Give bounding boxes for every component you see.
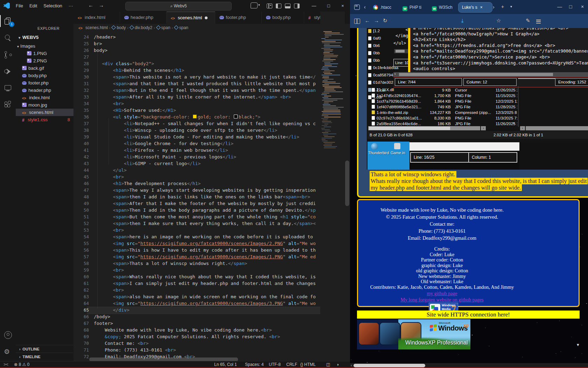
browser-tab-Luke-s-s[interactable]: Luke's s× (458, 2, 492, 12)
browser-maximize-button[interactable]: □ (569, 4, 572, 9)
explorer-item-scenes-html[interactable]: <>scenes.html (16, 109, 74, 116)
browser-tabbar: ‹ .htaccWPHP tiWW3SchLuke's s× › + ▾ — □… (350, 0, 588, 14)
browser-hscrollbar-thumb[interactable] (354, 364, 425, 367)
gutter-line-number: 40 (74, 140, 89, 147)
explorer-item-back-gif[interactable]: back.gif (16, 64, 74, 72)
footer-link[interactable]: my github page (358, 291, 526, 297)
gutter-line-number: 36 (74, 114, 89, 120)
browser-tab-W3Sch[interactable]: WW3Sch (429, 2, 457, 12)
remote-explorer-icon[interactable] (4, 84, 12, 93)
remote-indicator-icon[interactable]: >< (4, 361, 8, 368)
 (8, 101, 11, 104)
gutter-line-number: 56 (74, 247, 89, 253)
editor-tab-index-html[interactable]: <>index.html (74, 12, 120, 23)
editor-tab-body-php[interactable]: body.php (262, 12, 304, 23)
gutter-line-number: 65 (74, 307, 89, 313)
menu-selection[interactable]: Selection (40, 0, 65, 12)
outline-panel-header[interactable]: ›OUTLINE (16, 345, 73, 353)
explorer-root-folder[interactable]: ▾WEBV5 (16, 35, 74, 42)
 (5, 19, 9, 25)
footer-credit-line: New webmaster: Jimmy (358, 274, 526, 279)
cursor-position-status[interactable]: Ln 65, Col 1 (214, 361, 237, 368)
code-line: <span>and that time that I wasted produc… (94, 80, 320, 87)
copilot-chevron-icon[interactable]: ▾ (258, 3, 260, 7)
browser-minimize-button[interactable]: — (557, 4, 562, 9)
source-control-icon[interactable] (4, 50, 12, 59)
explorer-item-2-png[interactable]: 2.PNG (16, 57, 74, 64)
layout-status-icon[interactable]: ◫ (326, 361, 330, 368)
gutter-line-number: 50 (74, 207, 89, 213)
breadcrumb-item[interactable]: span (179, 25, 188, 30)
notifications-bell-icon[interactable]: ◗ (337, 361, 339, 368)
browser-close-button[interactable]: × (581, 4, 584, 9)
breadcrumb-item[interactable]: div.body2 (135, 25, 152, 30)
menu-[interactable]: ··· (65, 0, 76, 12)
workspace-icon[interactable] (354, 5, 360, 10)
encoding-status[interactable]: UTF-8 (269, 361, 281, 368)
editor-tab-scenes-html[interactable]: <>scenes.html (167, 12, 215, 24)
explorer-item-style1-css[interactable]: #style1.css8 (16, 116, 74, 123)
eol-status[interactable]: CRLF (286, 361, 297, 368)
explorer-item-footer-php[interactable]: footer.php (16, 79, 74, 87)
minimap[interactable] (320, 12, 345, 361)
downloads-icon[interactable]: ⤓ (461, 18, 464, 24)
breadcrumb-item[interactable]: span (161, 25, 170, 30)
edit-pen-icon[interactable]: ✎ (526, 18, 530, 24)
editor-vscrollbar[interactable] (345, 161, 349, 206)
problems-status[interactable]: ⊗ 8 ⚠ 0 (14, 361, 29, 368)
split-screen-icon[interactable] (354, 19, 360, 24)
new-tab-icon[interactable]: + (501, 4, 504, 9)
editor-tab-header-php[interactable]: header.php (120, 12, 167, 23)
menu-file[interactable]: File (13, 0, 26, 12)
browser-tab--htacc[interactable]: .htacc (370, 2, 398, 12)
tab-scroll-right-icon[interactable]: › (493, 4, 495, 10)
code-editor[interactable]: 24/header>25br>26body>2728 <div class="b… (74, 32, 350, 361)
files-icon[interactable]: 1 (4, 17, 12, 25)
back-icon[interactable]: ← (365, 18, 370, 23)
account-icon[interactable] (4, 331, 12, 339)
toggle-secondary-sidebar-icon[interactable] (294, 4, 300, 8)
breadcrumb-item[interactable]: body (117, 25, 126, 30)
nav-forward-icon[interactable]: → (99, 2, 104, 8)
forward-icon[interactable]: → (374, 18, 379, 23)
extensions-icon[interactable] (4, 101, 12, 109)
page-scroll-down-icon[interactable]: ▾ (577, 342, 579, 347)
xp-logo-xp: xp (463, 323, 469, 328)
indentation-status[interactable]: Spaces: 4 (245, 361, 264, 368)
winscp-hscroll-left-btn2: ‹ (520, 126, 525, 130)
vscode-close-button[interactable]: × (337, 0, 349, 12)
explorer-item-index-html[interactable]: <>index.html (16, 94, 74, 101)
tab-scroll-left-icon[interactable]: ‹ (364, 4, 366, 10)
debug-icon[interactable] (4, 67, 12, 76)
explorer-item-moon-jpg[interactable]: moon.jpg (16, 101, 74, 109)
language-mode-status[interactable]: {} HTML (300, 361, 316, 368)
editor-tab-footer-php[interactable]: footer.php (215, 12, 262, 23)
nav-back-icon[interactable]: ← (88, 2, 93, 8)
menu-edit[interactable]: Edit (26, 0, 40, 12)
toggle-bottpanel-icon[interactable] (285, 4, 290, 8)
settings-gear-icon[interactable]: ⚙ (4, 348, 12, 356)
vscode-maximize-button[interactable]: □ (323, 0, 335, 12)
tab-close-icon[interactable]: × (480, 5, 483, 10)
tab-list-chevron-icon[interactable]: ▾ (510, 5, 512, 8)
gutter-line-number: 38 (74, 127, 89, 134)
browser-tab-PHP-ti[interactable]: WPHP ti (400, 2, 428, 12)
explorer-item-images[interactable]: ▾Images (16, 42, 74, 50)
browser-menu-icon[interactable] (536, 19, 541, 24)
panel-separator (518, 86, 519, 127)
timeline-panel-header[interactable]: ›TIMELINE (16, 353, 73, 361)
explorer-item-1-png[interactable]: 1.PNG (16, 50, 74, 57)
footer-link[interactable]: My long forgoten website on github pages (358, 297, 526, 303)
command-search-box[interactable]: ⌕ Webv5 (125, 2, 232, 11)
explorer-item-body-php[interactable]: body.php (16, 72, 74, 79)
search-icon[interactable] (4, 34, 12, 42)
explorer-item-header-php[interactable]: header.php (16, 87, 74, 94)
breadcrumb-item[interactable]: scenes.html (85, 25, 108, 30)
favorites-icon[interactable]: ☆ (496, 18, 501, 24)
refresh-icon[interactable]: ↻ (383, 18, 387, 24)
toggle-panel-layout-icon[interactable] (267, 4, 272, 8)
toggle-sidebar-icon[interactable] (276, 4, 281, 8)
copilot-icon[interactable] (251, 2, 258, 8)
vscode-minimize-button[interactable]: — (308, 0, 320, 12)
footer-credit-line: Partner coder: Cotton (358, 257, 526, 263)
